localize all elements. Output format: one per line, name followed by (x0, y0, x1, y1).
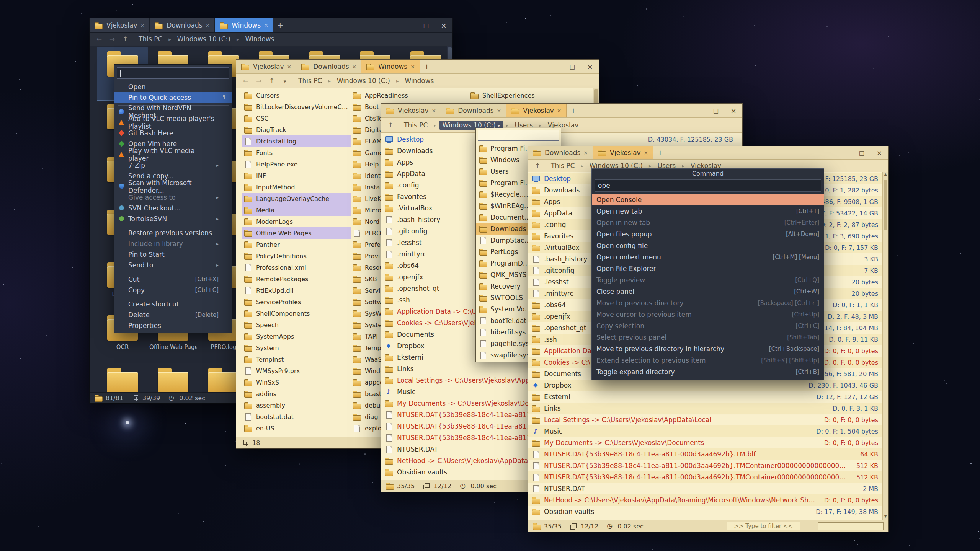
command-input[interactable]: ope (595, 179, 821, 192)
file-row[interactable]: TempInst (242, 354, 351, 365)
close-button[interactable] (581, 60, 599, 73)
file-row[interactable]: ShellComponents (242, 308, 351, 319)
file-row[interactable]: Media (242, 204, 351, 216)
file-row[interactable]: ModemLogs (242, 216, 351, 227)
file-row[interactable]: en-US (242, 422, 351, 434)
tab[interactable]: Vjekoslav (381, 104, 441, 117)
context-menu-item[interactable]: Send to (114, 260, 232, 271)
command-item[interactable]: Open files popup [Alt+Down] (592, 228, 824, 240)
up-button[interactable] (267, 77, 277, 85)
tab-close-icon[interactable] (644, 150, 648, 156)
command-item[interactable]: Copy selection [Ctrl+C] (592, 320, 824, 332)
command-item[interactable]: Open context menu [Ctrl+M] [Menu] (592, 251, 824, 263)
rename-input[interactable] (117, 67, 229, 79)
command-item[interactable]: Select previous panel [Shift+Tab] (592, 332, 824, 343)
context-menu-item[interactable]: Properties (114, 320, 232, 331)
file-row[interactable]: DtcInstall.log (242, 135, 351, 147)
file-row[interactable]: LanguageOverlayCache (242, 193, 351, 204)
file-row[interactable]: CSC (242, 112, 351, 124)
command-item[interactable]: Open in new tab [Ctrl+Enter] (592, 217, 824, 228)
up-button[interactable] (532, 162, 542, 170)
file-row[interactable]: HelpPane.exe (242, 158, 351, 170)
breadcrumb-item[interactable]: Windows (393, 76, 437, 85)
close-button[interactable] (435, 18, 452, 32)
scrollbar-thumb[interactable] (884, 180, 887, 230)
close-button[interactable] (725, 104, 742, 117)
file-row[interactable]: Eksterni D: 12, F: 127, 12 GB (528, 391, 882, 403)
new-tab-button[interactable]: + (567, 104, 580, 117)
command-item[interactable]: Open config file (592, 240, 824, 251)
titlebar-drag-area[interactable] (287, 18, 400, 32)
file-row[interactable]: INF (242, 170, 351, 181)
file-row[interactable]: Fonts (242, 147, 351, 158)
breadcrumb-item[interactable]: This PC (295, 76, 325, 85)
maximize-button[interactable] (564, 60, 581, 73)
context-menu-item[interactable] (118, 271, 229, 274)
breadcrumb-item[interactable]: Windows 10 (C:) (325, 76, 393, 85)
back-button[interactable] (241, 77, 251, 85)
tab[interactable]: Downloads (150, 18, 215, 32)
tab-close-icon[interactable] (432, 108, 436, 114)
tab[interactable]: Downloads (441, 104, 506, 117)
titlebar-drag-area[interactable] (667, 146, 835, 159)
file-row[interactable]: Speech (242, 319, 351, 331)
file-row[interactable]: WinSxS (242, 377, 351, 388)
file-row[interactable]: PolicyDefinitions (242, 250, 351, 262)
file-row[interactable]: System (242, 342, 351, 354)
tab-close-icon[interactable] (497, 108, 501, 114)
forward-button[interactable] (107, 35, 117, 43)
context-menu-item[interactable]: Cut [Ctrl+X] (114, 274, 232, 285)
command-item[interactable]: Toggle preview [Ctrl+Q] (592, 274, 824, 286)
tab[interactable]: Vjekoslav (506, 104, 566, 117)
titlebar-drag-area[interactable] (434, 60, 546, 73)
context-menu-item[interactable]: SVN Checkout... (114, 203, 232, 214)
tab[interactable]: Downloads (296, 60, 361, 73)
context-menu-item[interactable] (118, 295, 229, 299)
tab-close-icon[interactable] (352, 64, 357, 70)
tab-close-icon[interactable] (264, 22, 268, 28)
back-button[interactable] (94, 35, 104, 43)
context-menu-item[interactable]: Copy [Ctrl+C] (114, 285, 232, 295)
file-row[interactable]: Cursors (242, 90, 351, 101)
tab[interactable]: Windows (215, 18, 273, 32)
maximize-button[interactable] (707, 104, 725, 117)
context-menu-item[interactable]: Pin to Quick access (114, 92, 232, 103)
file-row[interactable]: Local Settings -> C:\Users\Vjekoslav\App… (528, 414, 882, 425)
folder-tile[interactable]: Polic (97, 364, 148, 392)
file-row[interactable]: NTUSER.DAT{53b39e88-18c4-11ea-a811-000d3… (528, 471, 882, 483)
file-row[interactable]: NetHood -> C:\Users\Vjekoslav\AppData\Ro… (528, 494, 882, 506)
file-row[interactable]: Music D: 0, F: 1, 504 bytes (528, 425, 882, 437)
scroll-up-arrow[interactable]: ▲ (883, 172, 888, 178)
context-menu-item[interactable]: Restore previous versions (114, 228, 232, 238)
command-item[interactable]: Open Console (592, 194, 824, 205)
file-row[interactable]: ServiceProfiles (242, 296, 351, 308)
file-row[interactable]: Panther (242, 239, 351, 250)
tab-close-icon[interactable] (583, 150, 588, 156)
maximize-button[interactable] (853, 146, 871, 159)
breadcrumb-item[interactable]: This PC (548, 161, 578, 170)
context-menu-item[interactable]: Play with VLC media player (114, 149, 232, 160)
file-row[interactable]: DiagTrack (242, 124, 351, 135)
file-row[interactable]: My Documents -> C:\Users\Vjekoslav\Docum… (528, 437, 882, 448)
context-menu-item[interactable]: Include in library (114, 238, 232, 249)
forward-button[interactable] (254, 77, 264, 85)
tab-close-icon[interactable] (206, 22, 210, 28)
file-row[interactable]: InputMethod (242, 181, 351, 193)
tab-close-icon[interactable] (557, 108, 562, 114)
scrollbar[interactable]: ▲ ▼ (882, 172, 888, 520)
tab[interactable]: Vjekoslav (236, 60, 296, 73)
new-tab-button[interactable]: + (273, 18, 287, 32)
up-button[interactable] (120, 35, 130, 43)
scroll-down-arrow[interactable]: ▼ (883, 514, 888, 520)
new-tab-button[interactable]: + (653, 146, 667, 159)
file-row[interactable]: NTUSER.DAT{53b39e88-18c4-11ea-a811-000d3… (528, 460, 882, 471)
close-button[interactable] (871, 146, 888, 159)
file-row[interactable]: RtlExUpd.dll (242, 285, 351, 296)
file-row[interactable]: Obsidian vaults D: 17, F: 149, 38 MB (528, 506, 882, 517)
command-item[interactable]: Extend selection to previous item [Shift… (592, 355, 824, 366)
tab[interactable]: Vjekoslav (593, 146, 653, 159)
tab[interactable]: Downloads (528, 146, 593, 159)
minimize-button[interactable] (835, 146, 853, 159)
file-row[interactable]: NTUSER.DAT{53b39e88-18c4-11ea-a811-000d3… (528, 448, 882, 460)
context-menu-item[interactable] (118, 224, 229, 228)
